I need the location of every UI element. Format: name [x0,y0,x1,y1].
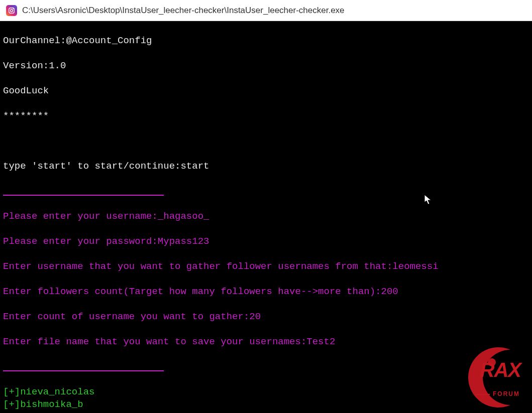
titlebar[interactable]: C:\Users\Asronic\Desktop\InstaUser_leech… [0,0,532,21]
separator-line [3,361,530,373]
app-window: C:\Users\Asronic\Desktop\InstaUser_leech… [0,0,532,413]
results-list: [+]nieva_nicolas[+]bishmoika_b[+]ministe… [3,386,530,413]
blank-line [3,135,530,148]
header-goodluck-line: GoodLuck [3,85,530,97]
followers-count-prompt-line: Enter followers count(Target how many fo… [3,286,530,298]
window-title: C:\Users\Asronic\Desktop\InstaUser_leech… [22,6,345,16]
instagram-icon [6,5,17,16]
separator-line [3,185,530,198]
target-user-prompt-line: Enter username that you want to gather f… [3,260,530,273]
svg-point-1 [11,9,13,12]
result-line: [+]minister_of_enjoyment_1 [3,411,530,413]
result-line: [+]nieva_nicolas [3,386,530,398]
result-line: [+]bishmoika_b [3,398,530,411]
header-version-line: Version:1.0 [3,60,530,72]
gather-count-prompt-line: Enter count of username you want to gath… [3,311,530,323]
svg-point-2 [13,9,14,9]
header-stars-line: ******** [3,110,530,122]
svg-rect-0 [9,8,15,13]
start-prompt-line: type 'start' to start/continue:start [3,160,530,173]
console-output[interactable]: OurChannel:@Account_Config Version:1.0 G… [0,21,532,413]
file-name-prompt-line: Enter file name that you want to save yo… [3,336,530,348]
username-prompt-line: Please enter your username:_hagasoo_ [3,210,530,223]
header-channel-line: OurChannel:@Account_Config [3,35,530,47]
password-prompt-line: Please enter your password:Mypass123 [3,235,530,248]
